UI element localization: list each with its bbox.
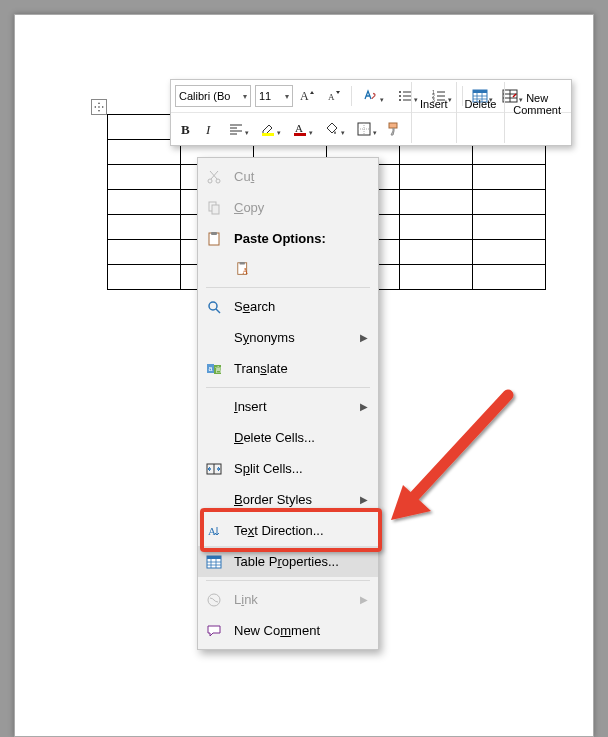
context-menu: Cut Copy Paste Options: A Search Synonym… (197, 157, 379, 650)
bold-button[interactable]: B (175, 118, 197, 140)
chevron-right-icon: ▶ (360, 594, 368, 605)
svg-text:B: B (181, 122, 190, 137)
menu-label: Cut (234, 169, 368, 184)
svg-text:a: a (209, 365, 213, 372)
svg-rect-15 (294, 133, 306, 136)
chevron-right-icon: ▶ (360, 494, 368, 505)
font-size-combo[interactable]: 11▾ (255, 85, 293, 107)
svg-text:A: A (295, 122, 303, 134)
menu-item-text-direction[interactable]: A Text Direction... (198, 515, 378, 546)
svg-rect-21 (212, 205, 219, 214)
menu-item-link[interactable]: Link ▶ (198, 584, 378, 615)
chevron-right-icon: ▶ (360, 332, 368, 343)
menu-item-new-comment[interactable]: New Comment (198, 615, 378, 646)
menu-item-cut[interactable]: Cut (198, 161, 378, 192)
italic-button[interactable]: I (199, 118, 221, 140)
table-move-handle[interactable] (91, 99, 107, 115)
menu-label: New Comment (234, 623, 368, 638)
copy-icon (204, 198, 224, 218)
table-properties-icon (204, 552, 224, 572)
svg-point-3 (399, 95, 401, 97)
menu-label: Translate (234, 361, 368, 376)
svg-text:A: A (208, 525, 216, 537)
new-comment-line2: Comment (513, 104, 561, 116)
highlight-dropdown[interactable]: ▾ (255, 118, 285, 140)
styles-dropdown[interactable]: ▾ (358, 85, 388, 107)
blank-icon (204, 428, 224, 448)
delete-button[interactable]: Delete (459, 82, 503, 126)
link-icon (204, 590, 224, 610)
split-cells-icon (204, 459, 224, 479)
menu-item-copy[interactable]: Copy (198, 192, 378, 223)
paste-option-keep-source[interactable]: A (198, 254, 378, 284)
text-direction-icon: A (204, 521, 224, 541)
menu-label: Paste Options: (234, 231, 368, 246)
chevron-right-icon: ▶ (360, 401, 368, 412)
svg-point-2 (399, 91, 401, 93)
menu-label: Insert (234, 399, 350, 414)
align-dropdown[interactable]: ▾ (223, 118, 253, 140)
blank-icon (204, 397, 224, 417)
delete-label: Delete (465, 98, 497, 110)
font-color-dropdown[interactable]: A▾ (287, 118, 317, 140)
svg-text:A: A (328, 92, 335, 102)
svg-point-18 (208, 179, 212, 183)
svg-rect-25 (240, 262, 245, 265)
menu-label: Text Direction... (234, 523, 368, 538)
menu-label: Table Properties... (234, 554, 368, 569)
insert-label: Insert (420, 98, 448, 110)
menu-item-table-properties[interactable]: Table Properties... (198, 546, 378, 577)
svg-line-37 (408, 395, 508, 503)
font-size-value: 11 (259, 90, 271, 102)
svg-point-27 (209, 302, 217, 310)
menu-item-border-styles[interactable]: Border Styles ▶ (198, 484, 378, 515)
menu-item-insert[interactable]: Insert ▶ (198, 391, 378, 422)
font-name-value: Calibri (Bo (179, 90, 230, 102)
menu-label: Delete Cells... (234, 430, 368, 445)
scissors-icon (204, 167, 224, 187)
document-area: { "mini_toolbar": { "font_name": "Calibr… (14, 14, 594, 737)
svg-point-4 (399, 99, 401, 101)
shading-dropdown[interactable]: ▾ (319, 118, 349, 140)
new-comment-button[interactable]: NewComment (507, 82, 567, 126)
svg-marker-38 (391, 485, 431, 520)
menu-label: Search (234, 299, 368, 314)
chevron-down-icon: ▾ (243, 92, 247, 101)
svg-rect-17 (389, 123, 397, 128)
mini-toolbar: Calibri (Bo▾ 11▾ A A ▾ ▾ 123▾ ▾ ▾ B I ▾ … (170, 79, 572, 146)
blank-icon (204, 490, 224, 510)
menu-item-paste-options: Paste Options: (198, 223, 378, 254)
font-name-combo[interactable]: Calibri (Bo▾ (175, 85, 251, 107)
svg-text:I: I (205, 122, 211, 137)
decrease-font-size-button[interactable]: A (323, 85, 345, 107)
format-painter-button[interactable] (383, 118, 405, 140)
menu-item-search[interactable]: Search (198, 291, 378, 322)
menu-item-split-cells[interactable]: Split Cells... (198, 453, 378, 484)
svg-text:A: A (242, 267, 248, 276)
clipboard-icon (204, 229, 224, 249)
svg-point-19 (216, 179, 220, 183)
increase-font-size-button[interactable]: A (297, 85, 319, 107)
chevron-down-icon: ▾ (285, 92, 289, 101)
menu-label: Border Styles (234, 492, 350, 507)
menu-label: Split Cells... (234, 461, 368, 476)
new-comment-line1: New (526, 92, 548, 104)
menu-item-translate[interactable]: a言 Translate (198, 353, 378, 384)
translate-icon: a言 (204, 359, 224, 379)
menu-label: Copy (234, 200, 368, 215)
svg-text:A: A (300, 89, 309, 103)
search-icon (204, 297, 224, 317)
menu-label: Synonyms (234, 330, 350, 345)
svg-text:言: 言 (215, 366, 222, 373)
menu-item-synonyms[interactable]: Synonyms ▶ (198, 322, 378, 353)
paste-keep-formatting-icon: A (234, 259, 254, 279)
svg-rect-23 (211, 232, 217, 235)
comment-icon (204, 621, 224, 641)
menu-label: Link (234, 592, 350, 607)
svg-rect-13 (262, 133, 274, 136)
svg-rect-35 (207, 556, 221, 559)
borders-dropdown[interactable]: ▾ (351, 118, 381, 140)
insert-button[interactable]: Insert (414, 82, 454, 126)
blank-icon (204, 328, 224, 348)
menu-item-delete-cells[interactable]: Delete Cells... (198, 422, 378, 453)
